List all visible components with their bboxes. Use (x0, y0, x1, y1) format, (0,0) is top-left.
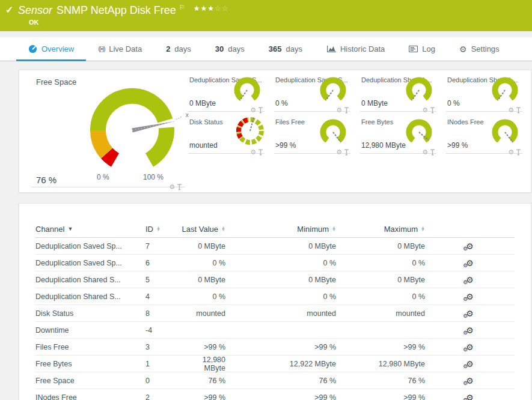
channel-settings-icon[interactable]: ⚙⚙ (466, 326, 474, 335)
channel-id-cell: 3 (145, 343, 181, 351)
gear-icon[interactable]: ⚙ (422, 107, 428, 114)
tab-label: Live Data (109, 44, 142, 53)
tab-label: days (286, 44, 302, 53)
channel-name-cell[interactable]: Free Bytes (35, 360, 145, 368)
channel-gauge-cell[interactable]: INodes Free >99 %⚙ (445, 114, 531, 156)
tab-365-days[interactable]: 365days (257, 37, 314, 61)
pin-icon[interactable] (430, 107, 435, 114)
pin-icon[interactable] (516, 107, 521, 114)
column-header-channel[interactable]: Channel▼ (35, 225, 145, 234)
gear-icon[interactable]: ⚙ (508, 149, 514, 156)
pin-icon[interactable] (258, 107, 263, 114)
channel-gauge-cell[interactable]: Deduplication Shared ... 0 %⚙ (445, 71, 531, 114)
maximum-cell: mounted (336, 309, 425, 318)
tab-settings[interactable]: ⚙Settings (447, 37, 512, 61)
primary-channel-gauge-cell[interactable]: Free Space x 0 % 100 % 76 % ⚙ (19, 70, 186, 192)
table-row: Deduplication Shared S...40 %0 %0 %⚙⚙ (35, 288, 515, 305)
gear-icon[interactable]: ⚙ (336, 107, 342, 114)
maximum-cell: 76 % (336, 377, 425, 385)
channel-name-cell[interactable]: Deduplication Shared S... (35, 276, 145, 284)
channel-table-panel: Channel▼ID▲▼Last Value▲▼Minimum▲▼Maximum… (19, 203, 531, 400)
page-title: SNMP NetApp Disk Free (57, 4, 176, 16)
channel-settings-icon[interactable]: ⚙⚙ (466, 259, 474, 267)
channel-id-cell: 4 (145, 292, 181, 301)
gear-icon[interactable]: ⚙ (422, 149, 428, 156)
gauge-cell-value: >99 % (275, 141, 296, 150)
gear-icon: ⚙ (459, 45, 467, 53)
last-value-cell: 0 % (181, 259, 225, 267)
channel-settings-icon[interactable]: ⚙⚙ (466, 343, 474, 351)
channel-id-cell: 6 (145, 259, 181, 267)
channel-settings-icon[interactable]: ⚙⚙ (466, 292, 474, 301)
tab-2-days[interactable]: 2days (154, 37, 203, 61)
channel-gauge-cell[interactable]: Deduplication Shared ... 0 MByte⚙ (359, 71, 445, 114)
tab-30-days[interactable]: 30days (203, 37, 257, 61)
tab-number: 30 (215, 44, 224, 53)
minimum-cell: mounted (225, 309, 336, 318)
priority-stars[interactable]: ★★★☆☆ (194, 4, 229, 13)
last-value-cell: 0 MByte (181, 276, 225, 284)
channel-settings-icon[interactable]: ⚙⚙ (466, 309, 474, 318)
status-check-icon: ✓ (5, 4, 13, 16)
gauge-max-label: 100 % (143, 173, 164, 181)
star-filled-icon: ★ (207, 4, 215, 13)
gear-icon[interactable]: ⚙ (250, 107, 256, 114)
column-header-last-value[interactable]: Last Value▲▼ (181, 225, 225, 234)
column-header-label: Minimum (297, 225, 329, 234)
channel-name-cell[interactable]: INodes Free (35, 393, 145, 400)
channel-gauge-cell[interactable]: Files Free >99 %⚙ (273, 114, 359, 156)
channel-gauge-cell[interactable]: Deduplication Saved S... 0 %⚙ (273, 71, 359, 114)
pin-icon[interactable] (177, 184, 182, 190)
pin-icon[interactable] (516, 149, 521, 156)
channel-settings-icon[interactable]: ⚙⚙ (466, 360, 474, 368)
column-header-maximum[interactable]: Maximum▲▼ (336, 225, 425, 234)
channel-gauge-cell[interactable]: Free Bytes 12,980 MByte⚙ (359, 114, 445, 156)
maximum-cell: 0 MByte (336, 242, 425, 250)
channel-name-cell[interactable]: Deduplication Saved Sp... (35, 259, 145, 267)
channel-name-cell[interactable]: Deduplication Shared S... (35, 292, 145, 301)
channel-settings-icon[interactable]: ⚙⚙ (466, 242, 474, 250)
minimum-cell: >99 % (225, 393, 336, 400)
channel-name-cell[interactable]: Downtime (35, 326, 145, 335)
channel-gauge-cell[interactable]: Deduplication Saved S... 0 MByte⚙ (187, 71, 273, 114)
pin-icon[interactable] (258, 149, 263, 156)
gear-icon[interactable]: ⚙ (508, 107, 514, 114)
pin-icon[interactable] (344, 107, 349, 114)
tab-overview[interactable]: Overview (16, 37, 86, 61)
gauge-cell-value: mounted (189, 141, 218, 150)
sort-icon: ▲▼ (332, 226, 336, 231)
flag-icon[interactable]: ⚐ (179, 4, 185, 11)
tab-number: 365 (269, 44, 282, 53)
channel-settings-icon[interactable]: ⚙⚙ (466, 393, 474, 400)
gear-icon[interactable]: ⚙ (250, 149, 256, 156)
star-empty-icon: ☆ (215, 4, 222, 13)
tab-live-data[interactable]: ((•))Live Data (86, 37, 154, 61)
sort-desc-icon: ▼ (67, 226, 73, 232)
gear-icon[interactable]: ⚙ (336, 149, 342, 156)
channel-settings-icon[interactable]: ⚙⚙ (466, 377, 474, 385)
pin-icon[interactable] (344, 149, 349, 156)
column-header-minimum[interactable]: Minimum▲▼ (225, 225, 336, 234)
minimum-cell: 0 MByte (225, 276, 336, 284)
gauge-cell-icons: ⚙ (250, 107, 263, 114)
channel-name-cell[interactable]: Disk Status (35, 309, 145, 318)
sort-icon: ▲▼ (156, 226, 161, 231)
channel-name-cell[interactable]: Free Space (35, 377, 145, 385)
overview-gauges-panel: Free Space x 0 % 100 % 76 % ⚙ Deduplicat… (19, 70, 531, 193)
tab-historic-data[interactable]: Historic Data (314, 37, 397, 61)
tab-log[interactable]: Log (397, 37, 447, 61)
channel-name-cell[interactable]: Deduplication Saved Sp... (35, 242, 145, 250)
column-header-id[interactable]: ID▲▼ (145, 225, 181, 234)
channel-name-cell[interactable]: Files Free (35, 343, 145, 351)
channel-settings-icon[interactable]: ⚙⚙ (466, 276, 474, 284)
tab-number: 2 (166, 44, 170, 53)
channel-id-cell: 8 (145, 309, 181, 318)
gear-icon[interactable]: ⚙ (169, 184, 175, 190)
channel-gauge-cell[interactable]: Disk Status mounted⚙ (187, 114, 273, 156)
sensor-header: ✓ SensorSNMP NetApp Disk Free⚐★★★☆☆ OK (0, 0, 532, 31)
minimum-cell: 12,922 MByte (225, 360, 336, 368)
free-space-gauge: x (79, 82, 189, 180)
channel-id-cell: 5 (145, 276, 181, 284)
pin-icon[interactable] (430, 149, 435, 156)
tab-label: Log (422, 44, 435, 53)
